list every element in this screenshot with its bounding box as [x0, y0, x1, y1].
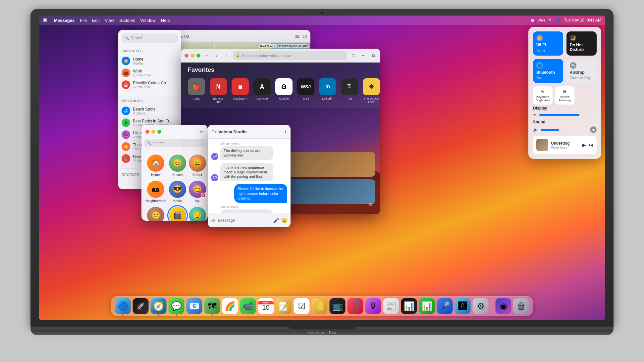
- safari-settings-icon[interactable]: ≡: [366, 200, 375, 209]
- cc-display-slider[interactable]: [539, 114, 597, 116]
- wifi-tile-icon: 📶: [536, 35, 543, 41]
- cc-airdrop-tile[interactable]: 📡 AirDrop Contacts Only: [566, 59, 597, 83]
- contact-velosa-studio[interactable]: 🎬 Velosa Studio: [168, 205, 188, 221]
- fav-linkedin[interactable]: in LinkedIn: [319, 78, 336, 104]
- contact-neighborhood[interactable]: 🏘 Neighborhood: [144, 179, 168, 205]
- safari-maximize-button[interactable]: [196, 54, 200, 58]
- messages-compose-icon[interactable]: ✏: [200, 129, 204, 134]
- cc-wifi-tile[interactable]: 📶 Wi-Fi Home: [533, 31, 563, 56]
- menubar-help[interactable]: Help: [161, 18, 170, 23]
- maps-theone-icon: ⭐: [122, 142, 130, 151]
- fav-acehotel[interactable]: A Ace Hotel: [253, 78, 271, 104]
- sound-output-icon[interactable]: ◉: [590, 126, 597, 133]
- apple-menu-icon[interactable]: ⌘: [43, 18, 47, 23]
- cc-sound-slider[interactable]: [541, 129, 587, 131]
- contact-janelle[interactable]: 🙂 Janelle: [144, 205, 168, 221]
- safari-bookmark-button[interactable]: □: [349, 52, 357, 59]
- safari-add-button[interactable]: +: [359, 52, 367, 59]
- dock-stickies[interactable]: 📝: [276, 298, 292, 314]
- chat-mic-icon[interactable]: 🎤: [273, 218, 279, 223]
- forward-button[interactable]: ⏭: [589, 142, 593, 148]
- safari-card-4[interactable]: [282, 179, 375, 204]
- now-playing-title: Underdog: [551, 141, 580, 146]
- cc-bluetooth-tile[interactable]: 🔵 Bluetooth On: [533, 59, 563, 83]
- dock-appstore[interactable]: 🅰: [455, 298, 471, 314]
- chat-info-button[interactable]: ℹ: [285, 129, 287, 134]
- dock-keynote[interactable]: 🎤: [437, 298, 453, 314]
- wifi-menubar-icon[interactable]: WiFi: [538, 18, 545, 22]
- contact-amber[interactable]: 😄 Amber: [188, 153, 207, 179]
- dock-podcasts-icon: 🎙: [365, 298, 381, 314]
- safari-forward-button[interactable]: ›: [213, 52, 220, 59]
- safari-minimize-button[interactable]: [190, 54, 194, 58]
- messages-search-bar[interactable]: 🔍 Search: [144, 139, 205, 147]
- dock-reminders[interactable]: ☑: [294, 298, 310, 314]
- contact-kevin-avatar: 😎: [169, 181, 186, 198]
- dock-mail[interactable]: 📧: [187, 298, 202, 314]
- menubar-app-name[interactable]: Messages: [54, 18, 75, 23]
- maps-work-item[interactable]: 💼 Work 23 min drive: [122, 67, 178, 79]
- cc-screen-mirroring-tile[interactable]: 🖥 Screen Mirroring: [555, 86, 575, 105]
- dock-maps[interactable]: 🗺: [204, 298, 220, 314]
- safari-card-2[interactable]: [282, 152, 375, 177]
- account-menubar-icon[interactable]: 👤: [556, 18, 561, 23]
- dock-notes[interactable]: 📒: [312, 298, 328, 314]
- menubar-view[interactable]: View: [105, 18, 114, 23]
- fav-wsj[interactable]: WSJ WSJ: [297, 78, 314, 104]
- menubar-edit[interactable]: Edit: [92, 18, 99, 23]
- contact-simon[interactable]: 😏 Simon: [188, 205, 207, 221]
- dock-tv[interactable]: 📺: [330, 298, 346, 314]
- dock-launchpad[interactable]: 🚀: [133, 298, 149, 314]
- safari-close-button[interactable]: [185, 54, 188, 58]
- contact-ivy[interactable]: 😋 ❤ Ivy: [188, 179, 207, 205]
- fav-itsnicethat[interactable]: N It's Nice That: [210, 78, 227, 104]
- fav-tait[interactable]: T. Tait: [341, 78, 358, 104]
- maps-search-input[interactable]: 🔍 Search: [122, 33, 178, 43]
- fav-designfiles[interactable]: ☀ The Design Files: [363, 78, 380, 104]
- safari-url-bar[interactable]: 🔒 Search or enter website name: [233, 51, 347, 60]
- dock-trash[interactable]: 🗑: [513, 298, 529, 314]
- dock-finder[interactable]: 🔵: [115, 298, 131, 314]
- dock-calendar[interactable]: NOV 10: [258, 298, 274, 314]
- contact-kevin[interactable]: 😎 Kevin: [168, 179, 188, 205]
- cc-dnd-tile[interactable]: 🌙 Do Not Disturb: [566, 31, 597, 56]
- dock-numbers[interactable]: 📊: [419, 298, 435, 314]
- menubar-window[interactable]: Window: [140, 18, 155, 23]
- dock-news[interactable]: 📰: [383, 298, 399, 314]
- dock-stocks[interactable]: 📊: [401, 298, 417, 314]
- maps-3d-button[interactable]: 3D: [302, 34, 307, 38]
- dock-music[interactable]: 🎵: [348, 298, 363, 314]
- dock-messages[interactable]: 💬: [169, 298, 185, 314]
- messages-close-button[interactable]: [145, 130, 149, 134]
- dock-preferences[interactable]: ⚙: [473, 298, 489, 314]
- maps-home-item[interactable]: 🏠 Home Nearby: [122, 55, 178, 67]
- menubar-file[interactable]: File: [80, 18, 87, 23]
- maps-work-sub: 23 min drive: [133, 73, 178, 77]
- fav-apple[interactable]: 🍎 Apple: [188, 78, 205, 104]
- fav-google[interactable]: G Google: [275, 78, 293, 104]
- search-menubar-icon[interactable]: 🔍: [548, 18, 553, 23]
- dock-siri[interactable]: ◉: [496, 298, 511, 314]
- play-button[interactable]: ▶: [582, 142, 586, 148]
- maps-coffee-item[interactable]: ☕ Réveille Coffee Co 22 min drive: [122, 79, 178, 91]
- maps-2d-button[interactable]: 2D: [295, 34, 300, 38]
- chat-apps-icon[interactable]: ⊕: [211, 217, 215, 223]
- dock-facetime[interactable]: 📹: [240, 298, 256, 314]
- control-center-icon[interactable]: ▣: [531, 18, 534, 23]
- fav-patchwork[interactable]: ■ Patchwork: [232, 78, 249, 104]
- chat-emoji-icon[interactable]: 😊: [282, 218, 287, 223]
- messages-minimize-button[interactable]: [151, 130, 155, 134]
- dock-podcasts[interactable]: 🎙: [365, 298, 381, 314]
- dock-photos[interactable]: 🌈: [222, 298, 238, 314]
- cc-keyboard-brightness-tile[interactable]: ☀ Keyboard Brightness: [533, 86, 553, 105]
- messages-maximize-button[interactable]: [157, 130, 161, 134]
- dock-safari[interactable]: 🧭: [151, 298, 167, 314]
- contact-home[interactable]: 🏠 Home!: [144, 153, 168, 179]
- menubar-buddies[interactable]: Buddies: [119, 18, 135, 23]
- safari-share-button[interactable]: ↑: [223, 52, 230, 59]
- maps-beach-item[interactable]: 🏖 Beach Spots 9 places: [122, 105, 178, 117]
- chat-input-field[interactable]: iMessage: [218, 218, 271, 223]
- safari-back-button[interactable]: ‹: [203, 52, 210, 59]
- contact-kristen[interactable]: 😊 Kristen: [168, 153, 188, 179]
- safari-tabs-button[interactable]: ⧉: [369, 52, 377, 59]
